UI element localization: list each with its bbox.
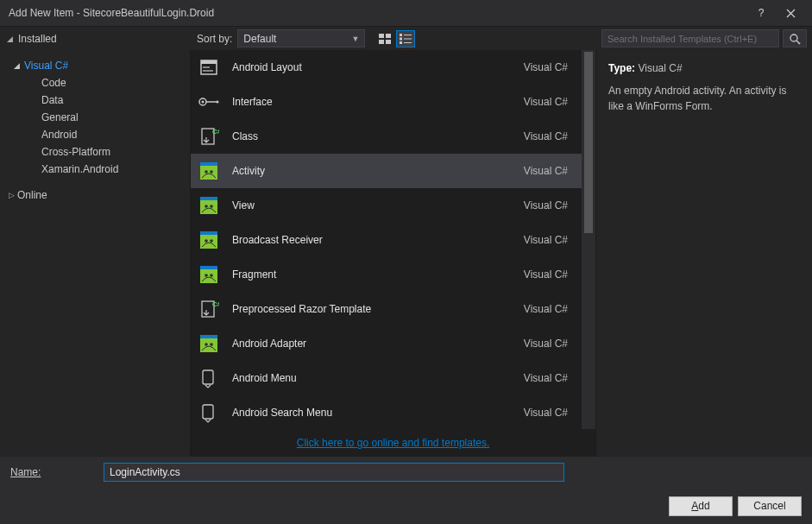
- svg-rect-5: [404, 35, 412, 35]
- svg-text:C#: C#: [212, 300, 219, 308]
- android-icon: [198, 229, 220, 251]
- svg-rect-40: [200, 338, 217, 352]
- svg-rect-44: [203, 405, 213, 419]
- view-mode-group: [375, 30, 415, 47]
- svg-rect-14: [203, 70, 213, 72]
- template-item[interactable]: C#ClassVisual C#: [191, 119, 582, 154]
- template-name: Broadcast Receiver: [232, 234, 512, 246]
- template-language: Visual C#: [524, 268, 568, 281]
- close-button[interactable]: [776, 2, 805, 24]
- help-icon: ?: [758, 7, 765, 19]
- svg-rect-12: [201, 60, 217, 64]
- template-item[interactable]: ViewVisual C#: [191, 188, 582, 223]
- template-language: Visual C#: [524, 372, 568, 384]
- details-pane: Type: Visual C# An empty Android activit…: [596, 50, 812, 457]
- title-bar: Add New Item - SitecoreBeautifulLogin.Dr…: [0, 0, 812, 26]
- tree-label: Cross-Platform: [41, 146, 110, 158]
- menu-icon: [198, 401, 220, 424]
- template-name: Fragment: [232, 268, 512, 281]
- add-button[interactable]: Add: [669, 496, 733, 516]
- svg-rect-25: [200, 197, 217, 200]
- sort-by-label: Sort by:: [197, 33, 232, 45]
- find-templates-online-link[interactable]: Click here to go online and find templat…: [297, 437, 489, 449]
- tree-label: Online: [17, 189, 47, 201]
- menu-icon: [198, 367, 220, 389]
- list-icon: [400, 34, 412, 44]
- template-language: Visual C#: [524, 130, 568, 142]
- scroll-thumb[interactable]: [584, 52, 593, 233]
- svg-rect-9: [404, 42, 412, 43]
- svg-text:C#: C#: [212, 128, 219, 136]
- window-title: Add New Item - SitecoreBeautifulLogin.Dr…: [9, 7, 746, 19]
- type-label: Type:: [608, 62, 635, 74]
- name-row: Name:: [0, 457, 812, 488]
- template-item[interactable]: Android AdapterVisual C#: [191, 326, 582, 361]
- scrollbar-vertical[interactable]: [582, 50, 595, 429]
- template-item[interactable]: FragmentVisual C#: [191, 257, 582, 292]
- svg-point-42: [210, 343, 213, 346]
- template-name: Android Adapter: [232, 338, 512, 350]
- svg-rect-7: [404, 38, 412, 39]
- template-item[interactable]: Android MenuVisual C#: [191, 361, 582, 395]
- template-name: Android Search Menu: [232, 407, 512, 419]
- view-mode-large-icons[interactable]: [375, 30, 394, 47]
- search-input[interactable]: Search Installed Templates (Ctrl+E): [601, 29, 779, 47]
- close-icon: [786, 9, 796, 18]
- svg-point-27: [205, 205, 208, 208]
- type-value: Visual C#: [638, 62, 682, 74]
- category-tab-installed[interactable]: ◢ Installed: [0, 27, 190, 50]
- svg-rect-8: [400, 41, 402, 44]
- class-icon: C#: [198, 298, 220, 320]
- template-language: Visual C#: [524, 234, 568, 246]
- svg-point-10: [790, 35, 797, 41]
- tree-node-visual-csharp[interactable]: ◢ Visual C#: [0, 57, 190, 74]
- template-name: Android Layout: [232, 61, 512, 73]
- tree-node-xamarin-android[interactable]: Xamarin.Android: [0, 161, 190, 178]
- tree-node-data[interactable]: Data: [0, 92, 190, 109]
- tree-node-general[interactable]: General: [0, 109, 190, 126]
- name-input[interactable]: [104, 463, 564, 482]
- search-button[interactable]: [783, 29, 807, 47]
- template-name: View: [232, 199, 512, 211]
- template-language: Visual C#: [524, 165, 568, 177]
- view-mode-details[interactable]: [396, 30, 415, 47]
- svg-rect-34: [200, 269, 217, 283]
- template-name: Preprocessed Razor Template: [232, 303, 512, 315]
- android-icon: [198, 332, 220, 355]
- tree-label: Code: [41, 77, 66, 89]
- svg-rect-26: [200, 200, 217, 214]
- svg-rect-2: [379, 40, 384, 44]
- template-item[interactable]: Android LayoutVisual C#: [191, 50, 582, 85]
- sort-by-dropdown[interactable]: Default ▼: [237, 29, 365, 47]
- svg-rect-22: [200, 166, 217, 180]
- search-placeholder: Search Installed Templates (Ctrl+E): [607, 34, 757, 44]
- tree-node-code[interactable]: Code: [0, 74, 190, 92]
- tree-node-android[interactable]: Android: [0, 126, 190, 143]
- svg-point-36: [210, 274, 213, 277]
- svg-point-41: [205, 343, 208, 346]
- template-item[interactable]: ActivityVisual C#: [191, 154, 582, 188]
- tree-node-cross-platform[interactable]: Cross-Platform: [0, 143, 190, 161]
- template-item[interactable]: Broadcast ReceiverVisual C#: [191, 223, 582, 257]
- template-name: Interface: [232, 96, 512, 108]
- interface-icon: [198, 91, 220, 113]
- template-item[interactable]: Android Search MenuVisual C#: [191, 395, 582, 429]
- svg-point-31: [205, 239, 208, 243]
- template-language: Visual C#: [524, 61, 568, 73]
- svg-rect-21: [200, 162, 217, 166]
- help-button[interactable]: ?: [746, 2, 776, 24]
- cancel-button[interactable]: Cancel: [738, 496, 802, 516]
- svg-rect-0: [379, 34, 384, 38]
- template-language: Visual C#: [524, 303, 568, 315]
- svg-point-32: [210, 239, 213, 243]
- template-item[interactable]: InterfaceVisual C#: [191, 85, 582, 119]
- svg-rect-3: [386, 40, 391, 44]
- toolbar: ◢ Installed Sort by: Default ▼ Search In…: [0, 26, 812, 50]
- template-item[interactable]: C#Preprocessed Razor TemplateVisual C#: [191, 292, 582, 326]
- collapse-icon: ▷: [9, 191, 17, 199]
- tree-node-online[interactable]: ▷ Online: [0, 186, 190, 204]
- template-list: Android LayoutVisual C#InterfaceVisual C…: [191, 50, 582, 429]
- tree-label: General: [41, 111, 79, 123]
- template-name: Activity: [232, 165, 512, 177]
- svg-rect-39: [200, 335, 217, 338]
